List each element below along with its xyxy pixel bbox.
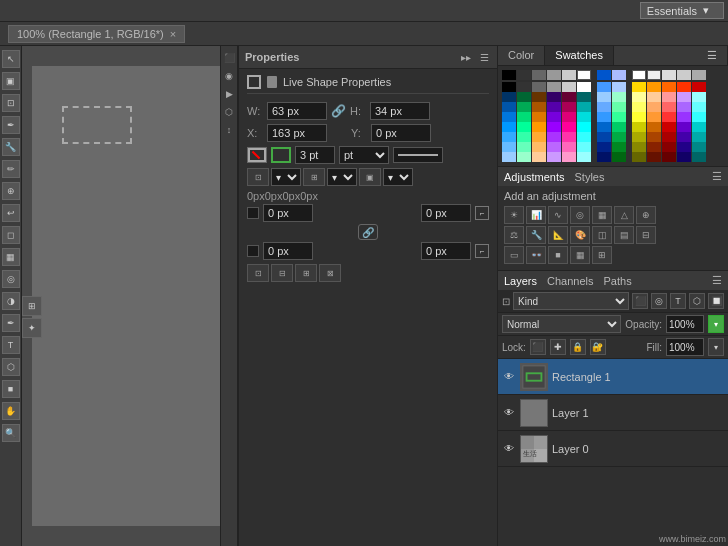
- panel-menu-btn[interactable]: ☰: [697, 46, 728, 65]
- swatch-cell[interactable]: [612, 82, 626, 92]
- swatch-cell[interactable]: [577, 102, 591, 112]
- swatch-cell[interactable]: [677, 132, 691, 142]
- side-btn-5[interactable]: ↕: [221, 122, 237, 138]
- swatch-cell[interactable]: [502, 92, 516, 102]
- swatch-cell[interactable]: [577, 132, 591, 142]
- side-btn-1[interactable]: ⬛: [221, 50, 237, 66]
- swatch-cell[interactable]: [547, 102, 561, 112]
- tool-eraser[interactable]: ◻: [2, 226, 20, 244]
- swatch-cell[interactable]: [577, 122, 591, 132]
- swatch-cell[interactable]: [502, 152, 516, 162]
- swatch-cell[interactable]: [517, 102, 531, 112]
- adj-levels[interactable]: 📊: [526, 206, 546, 224]
- align-select-2[interactable]: ▾: [327, 168, 357, 186]
- stroke-type-select[interactable]: pt px: [339, 146, 389, 164]
- swatch-cell[interactable]: [577, 92, 591, 102]
- swatch-white[interactable]: [577, 70, 591, 80]
- swatch-cell[interactable]: [677, 122, 691, 132]
- fill-input[interactable]: [666, 338, 704, 356]
- tab-adjustments[interactable]: Adjustments: [504, 171, 565, 183]
- adj-photo-filter[interactable]: 🔧: [526, 226, 546, 244]
- tool-type[interactable]: T: [2, 336, 20, 354]
- swatch-cell[interactable]: [662, 152, 676, 162]
- swatch-cell[interactable]: [647, 112, 661, 122]
- adj-curves[interactable]: ∿: [548, 206, 568, 224]
- fill-swatch[interactable]: [247, 147, 267, 163]
- lock-pos-btn[interactable]: ✚: [550, 339, 566, 355]
- align-center[interactable]: ⊞: [303, 168, 325, 186]
- corner-tl-check[interactable]: [247, 207, 259, 219]
- swatch-cell[interactable]: [562, 92, 576, 102]
- swatch-cell[interactable]: [577, 82, 591, 92]
- swatch-cell[interactable]: [562, 82, 576, 92]
- tab-styles[interactable]: Styles: [575, 171, 605, 183]
- swatch-cell[interactable]: [647, 132, 661, 142]
- blend-mode-select[interactable]: Normal: [502, 315, 621, 333]
- swatch-cell[interactable]: [592, 102, 596, 112]
- swatch-c3[interactable]: [547, 70, 561, 80]
- corner-tl-input[interactable]: [263, 204, 313, 222]
- swatch-cell[interactable]: [612, 102, 626, 112]
- swatch-cell[interactable]: [502, 132, 516, 142]
- swatch-cell[interactable]: [532, 112, 546, 122]
- swatch-cell[interactable]: [502, 112, 516, 122]
- layer-item-0[interactable]: 👁 生活 Layer 0: [498, 431, 728, 467]
- swatch-cell[interactable]: [662, 112, 676, 122]
- tool-clone[interactable]: ⊕: [2, 182, 20, 200]
- tool-shape[interactable]: ■: [2, 380, 20, 398]
- swatch-cell[interactable]: [517, 112, 531, 122]
- swatch-cell[interactable]: [692, 92, 706, 102]
- adj-color-lookup[interactable]: 🎨: [570, 226, 590, 244]
- swatch-cell[interactable]: [577, 112, 591, 122]
- swatch-cell[interactable]: [692, 142, 706, 152]
- tab-paths[interactable]: Paths: [604, 275, 632, 287]
- x-input[interactable]: [267, 124, 327, 142]
- tool-crop[interactable]: ⊡: [2, 94, 20, 112]
- opacity-input[interactable]: [666, 315, 704, 333]
- swatch-cell[interactable]: [517, 142, 531, 152]
- tab-swatches[interactable]: Swatches: [545, 46, 614, 65]
- swatch-cell[interactable]: [677, 102, 691, 112]
- swatch-cell[interactable]: [612, 152, 626, 162]
- swatch-cell[interactable]: [632, 112, 646, 122]
- swatch-cell[interactable]: [597, 122, 611, 132]
- swatch-blue2[interactable]: [612, 70, 626, 80]
- adj-brightness[interactable]: ☀: [504, 206, 524, 224]
- lock-all-btn[interactable]: 🔐: [590, 339, 606, 355]
- swatch-cell[interactable]: [632, 132, 646, 142]
- swatch-cell[interactable]: [597, 142, 611, 152]
- swatch-cell[interactable]: [627, 142, 631, 152]
- corner-tr-input[interactable]: [421, 204, 471, 222]
- path-btn-3[interactable]: ⊞: [295, 264, 317, 282]
- swatch-c2[interactable]: [532, 70, 546, 80]
- path-btn-1[interactable]: ⊡: [247, 264, 269, 282]
- tool-zoom[interactable]: 🔍: [2, 424, 20, 442]
- swatch-cell[interactable]: [517, 132, 531, 142]
- swatch-cell[interactable]: [647, 152, 661, 162]
- swatch-cell[interactable]: [662, 102, 676, 112]
- stroke-width-input[interactable]: [295, 146, 335, 164]
- layer-icon-0[interactable]: ⊞: [22, 296, 42, 316]
- swatch-cell[interactable]: [627, 102, 631, 112]
- filter-icon-pixel[interactable]: ⬛: [632, 293, 648, 309]
- swatch-cell[interactable]: [562, 132, 576, 142]
- swatch-cell[interactable]: [647, 102, 661, 112]
- side-btn-2[interactable]: ◉: [221, 68, 237, 84]
- tab-layers[interactable]: Layers: [504, 275, 537, 287]
- swatch-cell[interactable]: [677, 112, 691, 122]
- swatch-cell[interactable]: [547, 112, 561, 122]
- properties-menu-btn[interactable]: ☰: [477, 50, 491, 64]
- swatch-cell[interactable]: [562, 152, 576, 162]
- swatch-blue1[interactable]: [597, 70, 611, 80]
- filter-type-select[interactable]: Kind: [513, 292, 629, 310]
- properties-expand-btn[interactable]: ▸▸: [459, 50, 473, 64]
- swatch-cell[interactable]: [532, 122, 546, 132]
- swatch-cell[interactable]: [612, 112, 626, 122]
- h-input[interactable]: [370, 102, 430, 120]
- swatch-cell[interactable]: [632, 122, 646, 132]
- swatch-cell[interactable]: [532, 102, 546, 112]
- swatch-r4[interactable]: [677, 70, 691, 80]
- swatch-cell[interactable]: [532, 132, 546, 142]
- path-btn-2[interactable]: ⊟: [271, 264, 293, 282]
- swatch-cell[interactable]: [532, 152, 546, 162]
